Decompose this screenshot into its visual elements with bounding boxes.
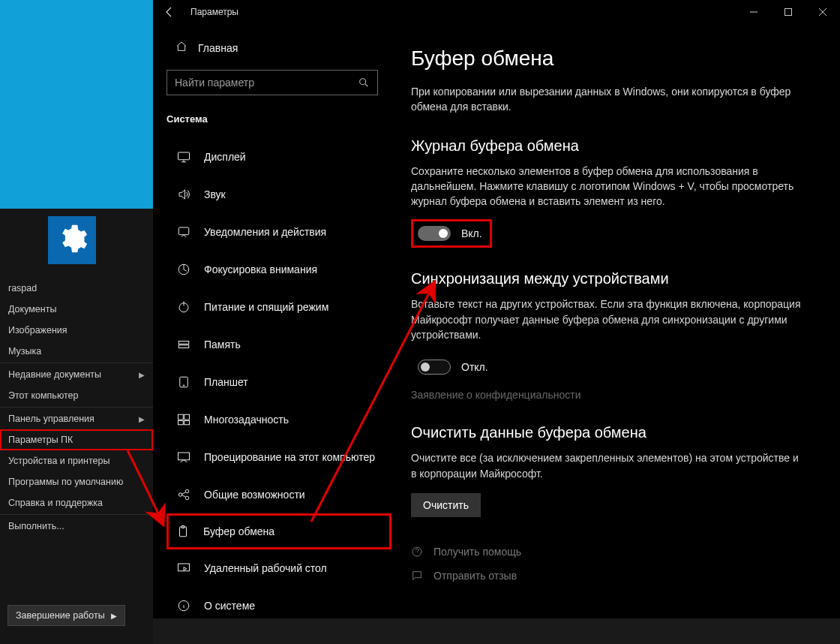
svg-point-8	[183, 385, 184, 387]
chevron-right-icon: ▶	[111, 612, 117, 620]
nav-item-power[interactable]: Питание и спящий режим	[166, 288, 392, 326]
start-item-run[interactable]: Выполнить...	[0, 516, 153, 537]
start-item-documents[interactable]: Документы	[0, 299, 153, 320]
sync-toggle[interactable]	[418, 360, 451, 375]
feedback-icon	[411, 570, 423, 582]
multitask-icon	[177, 413, 190, 426]
start-username[interactable]: raspad	[0, 278, 153, 299]
settings-nav: Главная Система Дисплей Звук Уведомления…	[153, 24, 392, 618]
chevron-right-icon: ▶	[139, 415, 145, 423]
sync-toggle-row: Откл.	[411, 353, 498, 381]
svg-rect-11	[178, 421, 184, 425]
nav-item-projecting[interactable]: Проецирование на этот компьютер	[166, 438, 392, 476]
titlebar: Параметры	[153, 0, 840, 24]
nav-item-multitask[interactable]: Многозадачность	[166, 401, 392, 438]
shared-icon	[177, 488, 190, 501]
display-icon	[177, 150, 190, 164]
history-toggle[interactable]	[418, 226, 451, 241]
start-item-music[interactable]: Музыка	[0, 341, 153, 362]
start-item-recent[interactable]: Недавние документы▶	[0, 364, 153, 385]
notifications-icon	[177, 225, 190, 239]
start-item-devices[interactable]: Устройства и принтеры	[0, 450, 153, 471]
gear-icon	[56, 222, 88, 258]
window-title: Параметры	[186, 7, 238, 17]
search-icon	[358, 77, 370, 89]
start-item-pictures[interactable]: Изображения	[0, 320, 153, 341]
svg-rect-10	[184, 414, 190, 420]
clear-desc: Очистите все (за исключением закрепленны…	[411, 450, 806, 481]
history-toggle-label: Вкл.	[461, 227, 482, 239]
start-item-default-programs[interactable]: Программы по умолчанию	[0, 471, 153, 492]
svg-point-14	[178, 493, 182, 497]
tablet-icon	[177, 375, 190, 389]
start-menu-panel: raspad Документы Изображения Музыка Неда…	[0, 0, 153, 644]
clear-button[interactable]: Очистить	[411, 493, 481, 517]
clear-heading: Очистить данные буфера обмена	[411, 424, 806, 441]
svg-rect-5	[178, 342, 189, 345]
nav-item-focus[interactable]: Фокусировка внимания	[166, 251, 392, 288]
svg-rect-2	[178, 152, 190, 160]
nav-item-sound[interactable]: Звук	[166, 176, 392, 213]
nav-item-tablet[interactable]: Планшет	[166, 363, 392, 401]
start-item-thispc[interactable]: Этот компьютер	[0, 385, 153, 406]
svg-rect-0	[785, 9, 792, 16]
settings-search[interactable]	[166, 70, 378, 95]
help-icon	[411, 546, 423, 558]
nav-item-storage[interactable]: Память	[166, 326, 392, 363]
svg-rect-13	[178, 453, 190, 460]
nav-item-notifications[interactable]: Уведомления и действия	[166, 213, 392, 251]
history-desc: Сохраните несколько элементов в буфер об…	[411, 164, 806, 209]
svg-rect-6	[178, 345, 189, 348]
get-help-link[interactable]: Получить помощь	[411, 540, 806, 564]
sync-desc: Вставьте текст на других устройствах. Ес…	[411, 296, 806, 342]
svg-rect-12	[184, 421, 190, 425]
sync-toggle-label: Откл.	[461, 361, 488, 373]
nav-item-remote[interactable]: Удаленный рабочий стол	[166, 549, 392, 587]
home-icon	[176, 41, 188, 55]
nav-list: Дисплей Звук Уведомления и действия Фоку…	[166, 138, 392, 618]
sound-icon	[177, 188, 190, 201]
nav-category: Система	[166, 109, 392, 138]
nav-item-clipboard[interactable]: Буфер обмена	[166, 513, 392, 549]
clipboard-icon	[176, 525, 190, 538]
start-item-controlpanel[interactable]: Панель управления▶	[0, 408, 153, 429]
settings-tile[interactable]	[48, 216, 96, 264]
nav-home[interactable]: Главная	[166, 33, 392, 62]
nav-item-shared[interactable]: Общие возможности	[166, 476, 392, 513]
page-title: Буфер обмена	[411, 47, 806, 71]
projecting-icon	[177, 450, 190, 464]
info-icon	[177, 599, 190, 612]
start-accent	[0, 0, 153, 209]
start-item-help[interactable]: Справка и поддержка	[0, 492, 153, 513]
start-shutdown-button[interactable]: Завершение работы▶	[8, 605, 125, 626]
history-toggle-row: Вкл.	[411, 219, 492, 248]
nav-item-display[interactable]: Дисплей	[166, 138, 392, 176]
start-item-pc-settings[interactable]: Параметры ПК	[0, 429, 153, 450]
svg-rect-9	[178, 414, 184, 420]
focus-icon	[177, 263, 190, 276]
svg-rect-7	[180, 377, 188, 387]
svg-point-16	[185, 496, 189, 500]
back-button[interactable]	[153, 0, 186, 24]
sync-heading: Синхронизация между устройствами	[411, 270, 806, 287]
nav-item-about[interactable]: О системе	[166, 587, 392, 618]
minimize-button[interactable]	[736, 0, 771, 24]
search-input[interactable]	[175, 77, 358, 89]
intro-text: При копировании или вырезании данных в W…	[411, 84, 806, 115]
privacy-link[interactable]: Заявление о конфиденциальности	[411, 389, 580, 401]
svg-rect-3	[178, 227, 189, 235]
svg-point-1	[360, 79, 366, 85]
chevron-right-icon: ▶	[139, 371, 145, 379]
svg-point-15	[185, 489, 189, 493]
maximize-button[interactable]	[771, 0, 806, 24]
close-button[interactable]	[806, 0, 840, 24]
arrow-left-icon	[164, 6, 176, 18]
storage-icon	[177, 338, 190, 351]
content-pane: Буфер обмена При копировании или вырезан…	[392, 24, 840, 618]
history-heading: Журнал буфера обмена	[411, 137, 806, 155]
settings-window: Параметры Главная Система Ди	[153, 0, 840, 618]
power-icon	[177, 300, 190, 314]
remote-icon	[177, 561, 190, 575]
feedback-link[interactable]: Отправить отзыв	[411, 564, 806, 588]
